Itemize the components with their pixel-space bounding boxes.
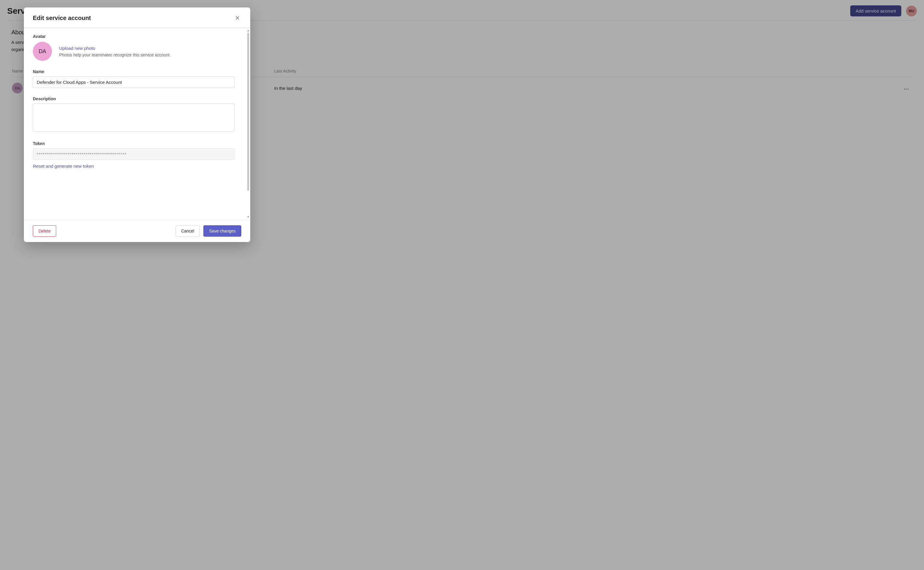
dialog-title: Edit service account [33,15,91,21]
dialog-footer: Delete Cancel Save changes [24,220,250,242]
token-label: Token [33,141,241,146]
reset-token-link[interactable]: Reset and generate new token [33,164,94,169]
edit-service-account-dialog: Edit service account Avatar DA Upload ne… [24,8,250,242]
cancel-button[interactable]: Cancel [176,225,200,237]
dialog-body[interactable]: Avatar DA Upload new photo Photos help y… [24,28,250,220]
save-button[interactable]: Save changes [203,225,241,237]
scroll-down-icon[interactable]: ▼ [247,216,250,218]
close-button[interactable] [233,14,241,22]
description-input[interactable] [33,104,235,132]
delete-button[interactable]: Delete [33,225,56,237]
avatar-row: DA Upload new photo Photos help your tea… [33,42,241,61]
name-label: Name [33,69,241,74]
close-icon [235,15,240,21]
upload-photo-hint: Photos help your teammates recognize thi… [59,52,171,57]
dialog-scrollbar[interactable]: ▲ ▼ [247,29,250,218]
scroll-up-icon[interactable]: ▲ [247,29,250,32]
upload-photo-link[interactable]: Upload new photo [59,46,171,51]
description-label: Description [33,97,241,101]
service-account-avatar: DA [33,42,52,61]
name-input[interactable] [33,77,235,88]
avatar-label: Avatar [33,34,241,39]
token-display: ****************************************… [33,148,235,160]
dialog-header: Edit service account [24,8,250,28]
scroll-thumb[interactable] [247,32,249,191]
